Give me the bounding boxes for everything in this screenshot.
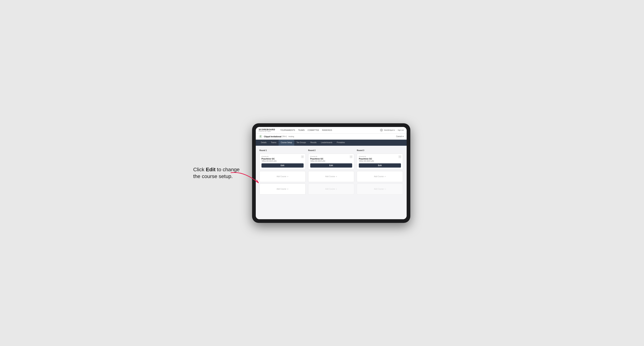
- nav-teams[interactable]: TEAMS: [298, 129, 305, 132]
- annotation-text: Click Edit to change the course setup.: [193, 166, 245, 180]
- tournament-logo: C: [259, 135, 262, 138]
- round-1-plus-1: +: [287, 175, 288, 178]
- tournament-header: C Clippd Invitational (Men) Hosting Canc…: [256, 134, 407, 140]
- round-1-add-course-2[interactable]: Add Course +: [260, 183, 306, 194]
- tab-teams[interactable]: Teams: [269, 140, 278, 146]
- logo-sub: Powered by clippd: [259, 131, 275, 132]
- round-2-edit-button[interactable]: Edit: [310, 163, 352, 168]
- tournament-gender: (Men): [282, 135, 287, 138]
- round-2-course-details: Yellow (M) (6629 yds): [310, 160, 352, 162]
- round-1-add-course-text-2: Add Course +: [276, 188, 288, 190]
- nav-links: TOURNAMENTS TEAMS COMMITTEE RANKINGS: [280, 129, 376, 132]
- round-2-course-tag: (Course A): [310, 156, 352, 157]
- round-2-column: Round 2 □ (Course A) Peachtree GC Yellow…: [308, 149, 354, 194]
- tab-results[interactable]: Results: [308, 140, 319, 146]
- round-3-add-course-1[interactable]: Add Course +: [357, 171, 403, 182]
- round-3-delete-icon[interactable]: □: [398, 155, 401, 158]
- nav-rankings[interactable]: RANKINGS: [322, 129, 332, 132]
- tab-printables[interactable]: Printables: [334, 140, 347, 146]
- round-3-column: Round 3 □ (Course A) Peachtree GC Yellow…: [357, 149, 403, 194]
- round-3-add-course-text-1: Add Course +: [374, 175, 386, 178]
- round-2-label: Round 2: [308, 149, 354, 152]
- round-3-label: Round 3: [357, 149, 403, 152]
- sign-out-link[interactable]: Sign out: [398, 129, 404, 131]
- rounds-grid: Round 1 □ (Course A) Peachtree GC Yellow…: [260, 149, 403, 194]
- nav-right: blair@clippd.io | Sign out: [380, 129, 404, 132]
- logo-title: SCOREBOARD: [259, 129, 275, 131]
- tablet-screen: SCOREBOARD Powered by clippd TOURNAMENTS…: [256, 127, 407, 219]
- tournament-name: Clippd Invitational: [264, 135, 281, 138]
- tab-tee-groups[interactable]: Tee Groups: [294, 140, 308, 146]
- user-email: blair@clippd.io: [384, 129, 395, 131]
- nav-committee[interactable]: COMMITTEE: [308, 129, 319, 132]
- round-3-add-course-2: Add Course +: [357, 183, 403, 194]
- cancel-label: Cancel: [396, 135, 402, 138]
- round-2-add-course-1[interactable]: Add Course +: [308, 171, 354, 182]
- round-3-edit-button[interactable]: Edit: [359, 163, 401, 168]
- round-1-course-tag: (Course A): [262, 156, 304, 157]
- round-1-course-details: Yellow (M) (6629 yds): [262, 160, 304, 162]
- tab-leaderboards[interactable]: Leaderboards: [319, 140, 334, 146]
- round-2-plus-2: +: [336, 188, 337, 190]
- tablet-frame: SCOREBOARD Powered by clippd TOURNAMENTS…: [252, 123, 410, 223]
- round-1-label: Round 1: [260, 149, 306, 152]
- round-1-add-course-1[interactable]: Add Course +: [260, 171, 306, 182]
- round-2-delete-icon[interactable]: □: [350, 155, 352, 158]
- cancel-button[interactable]: Cancel ×: [396, 135, 404, 138]
- round-1-course-name: Peachtree GC: [262, 158, 304, 160]
- annotation-bold: Edit: [206, 167, 216, 172]
- round-3-course-tag: (Course A): [359, 156, 401, 157]
- round-3-plus-2: +: [384, 188, 386, 190]
- round-1-edit-button[interactable]: Edit: [262, 163, 304, 168]
- separator: |: [396, 129, 396, 131]
- user-avatar: [380, 129, 383, 132]
- round-1-add-course-text-1: Add Course +: [276, 175, 288, 178]
- round-1-course-card: □ (Course A) Peachtree GC Yellow (M) (66…: [260, 154, 306, 170]
- tabs-bar: Details Teams Course Setup Tee Groups Re…: [256, 140, 407, 146]
- round-2-add-course-text-2: Add Course +: [325, 188, 337, 190]
- round-3-course-card: □ (Course A) Peachtree GC Yellow (M) (66…: [357, 154, 403, 170]
- cancel-icon: ×: [402, 135, 404, 138]
- round-2-course-card: □ (Course A) Peachtree GC Yellow (M) (66…: [308, 154, 354, 170]
- scoreboard-logo: SCOREBOARD Powered by clippd: [259, 129, 275, 132]
- round-2-add-course-text-1: Add Course +: [325, 175, 337, 178]
- tab-details[interactable]: Details: [259, 140, 269, 146]
- round-1-plus-2: +: [287, 188, 288, 190]
- top-nav: SCOREBOARD Powered by clippd TOURNAMENTS…: [256, 127, 407, 134]
- round-2-add-course-2: Add Course +: [308, 183, 354, 194]
- main-content: Round 1 □ (Course A) Peachtree GC Yellow…: [256, 146, 407, 219]
- round-3-plus-1: +: [384, 175, 386, 178]
- nav-tournaments[interactable]: TOURNAMENTS: [280, 129, 295, 132]
- round-2-course-name: Peachtree GC: [310, 158, 352, 160]
- hosting-badge: Hosting: [288, 136, 294, 138]
- round-3-add-course-text-2: Add Course +: [374, 188, 386, 190]
- tab-course-setup[interactable]: Course Setup: [278, 140, 294, 146]
- round-1-delete-icon[interactable]: □: [301, 155, 304, 158]
- round-3-course-details: Yellow (M) (6629 yds): [359, 160, 401, 162]
- round-1-column: Round 1 □ (Course A) Peachtree GC Yellow…: [260, 149, 306, 194]
- round-2-plus-1: +: [336, 175, 337, 178]
- round-3-course-name: Peachtree GC: [359, 158, 401, 160]
